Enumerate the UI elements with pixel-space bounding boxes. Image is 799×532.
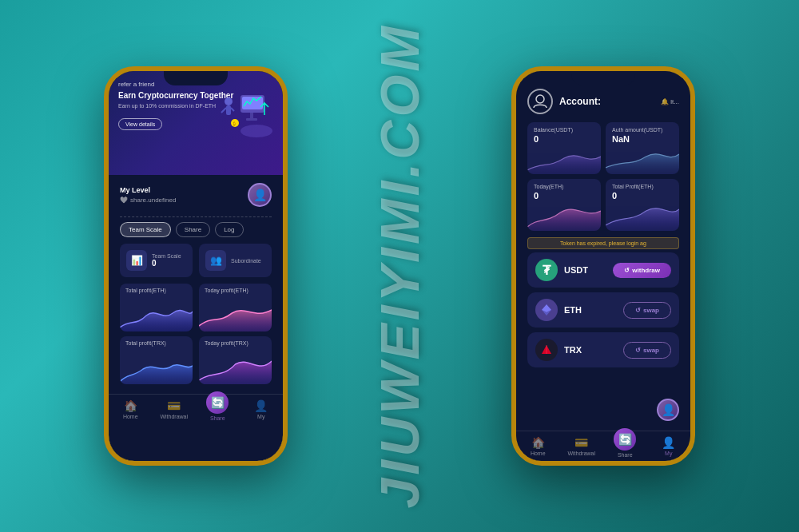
account-title: Account:	[559, 96, 601, 107]
my-level-share: 🤍 share.undefined	[120, 197, 176, 204]
nav-home-right[interactable]: 🏠 Home	[516, 436, 560, 458]
svg-rect-3	[250, 113, 253, 119]
chart-cards-left: Total profit(ETH) Today profit(ETH)	[109, 284, 283, 332]
chart-label-total-eth: Total profit(ETH)	[120, 284, 193, 295]
svg-line-8	[231, 108, 234, 111]
banner-illustration: ₿	[213, 79, 276, 143]
auth-amount-value: NaN	[612, 134, 673, 144]
nav-withdrawal-left[interactable]: 💳 Withdrawal	[153, 399, 197, 421]
nav-label-my-left: My	[257, 414, 264, 419]
svg-line-7	[221, 108, 226, 113]
avatar-circle-left: 👤	[248, 183, 272, 207]
phone-notch-left	[164, 71, 228, 85]
chart-label-today-eth: Today profit(ETH)	[199, 284, 272, 295]
phone-notch-right	[571, 71, 635, 85]
tab-log[interactable]: Log	[215, 222, 243, 237]
nav-label-withdrawal-left: Withdrawal	[160, 414, 188, 419]
stat-team-scale: 📊 Team Scale 0	[120, 244, 193, 277]
balance-usdt-content: Balance(USDT) 0	[527, 122, 601, 149]
nav-label-home-right: Home	[531, 451, 546, 456]
stat-info-team: Team Scale 0	[152, 253, 181, 268]
wave-chart-2	[199, 304, 272, 332]
stat-label-team: Team Scale	[152, 253, 181, 259]
total-profit-eth-label: Total Profit(ETH)	[612, 184, 673, 189]
eth-name: ETH	[564, 305, 617, 315]
share-btn-left[interactable]: 🔄	[206, 391, 229, 414]
stat-info-sub: Subordinate	[231, 258, 261, 264]
left-phone-screen: ₿ refer a friend Earn Cryptocurrency Tog…	[109, 71, 283, 461]
balance-usdt-label: Balance(USDT)	[534, 127, 594, 133]
total-profit-eth-card: Total Profit(ETH) 0	[606, 179, 679, 231]
wave-chart-4	[199, 356, 272, 384]
nav-label-withdrawal-right: Withdrawal	[567, 451, 595, 456]
right-bottom-nav: 🏠 Home 💳 Withdrawal 🔄 Share 👤 My	[516, 431, 690, 461]
chart-today-eth: Today profit(ETH)	[199, 284, 272, 332]
auth-amount-label: Auth amount(USDT)	[612, 127, 673, 133]
nav-share-right[interactable]: 🔄 Share	[603, 436, 647, 458]
tab-share[interactable]: Share	[176, 222, 210, 237]
my-level-left: My Level 🤍 share.undefined	[120, 186, 176, 204]
currency-usdt-row: ₮ USDT ↺ withdraw	[527, 252, 679, 288]
home-icon-right: 🏠	[531, 436, 545, 449]
svg-rect-4	[246, 118, 257, 121]
chart-total-trx: Total profit(TRX)	[120, 336, 193, 384]
withdraw-label: withdraw	[632, 267, 660, 274]
my-level-section: My Level 🤍 share.undefined 👤	[109, 175, 283, 212]
eth-swap-button[interactable]: ↺ swap	[623, 302, 671, 319]
watermark-text: JIUWEIYIMI.COM	[368, 23, 431, 509]
nav-home-left[interactable]: 🏠 Home	[109, 399, 153, 421]
right-phone-screen: Account: 🔔 It... Balance(USDT) 0	[516, 71, 690, 461]
stats-grid: 📊 Team Scale 0 👥 Subordinate	[109, 244, 283, 277]
divider-left	[120, 216, 272, 217]
nav-withdrawal-right[interactable]: 💳 Withdrawal	[560, 436, 604, 458]
left-phone: ₿ refer a friend Earn Cryptocurrency Tog…	[104, 66, 288, 466]
nav-my-right[interactable]: 👤 My	[647, 436, 691, 458]
withdrawal-icon-left: 💳	[167, 399, 181, 412]
share-btn-right[interactable]: 🔄	[614, 428, 636, 451]
account-avatar	[527, 89, 553, 114]
currency-trx-row: TRX ↺ swap	[527, 332, 679, 367]
stat-value-team: 0	[152, 259, 181, 268]
home-icon-left: 🏠	[124, 399, 137, 412]
nav-share-left[interactable]: 🔄 Share	[196, 399, 240, 421]
right-phone: Account: 🔔 It... Balance(USDT) 0	[511, 66, 695, 466]
withdraw-button[interactable]: ↺ withdraw	[613, 263, 671, 278]
nav-label-my-right: My	[665, 451, 672, 456]
eth-swap-icon: ↺	[635, 307, 641, 314]
view-details-button[interactable]: View details	[118, 118, 162, 130]
svg-rect-6	[226, 105, 231, 115]
auth-amount-card: Auth amount(USDT) NaN	[606, 122, 679, 174]
today-eth-value: 0	[534, 191, 594, 200]
trx-swap-label: swap	[643, 347, 659, 354]
today-eth-card: Today(ETH) 0	[527, 179, 601, 231]
heart-icon: 🤍	[120, 197, 128, 204]
usdt-icon: ₮	[535, 259, 558, 281]
today-eth-label: Today(ETH)	[534, 184, 594, 189]
banner: ₿ refer a friend Earn Cryptocurrency Tog…	[109, 71, 283, 175]
balance-usdt-card: Balance(USDT) 0	[527, 122, 601, 174]
right-avatar-bubble: 👤	[657, 399, 679, 421]
chart-label-today-trx: Today profit(TRX)	[199, 336, 272, 347]
stat-label-sub: Subordinate	[231, 258, 261, 264]
my-icon-right: 👤	[662, 436, 675, 449]
tab-team-scale[interactable]: Team Scale	[120, 222, 171, 237]
withdraw-icon: ↺	[624, 267, 630, 274]
stat-icon-sub: 👥	[205, 250, 226, 271]
chart-total-eth: Total profit(ETH)	[120, 284, 193, 332]
balance-usdt-value: 0	[534, 134, 594, 144]
total-profit-eth-value: 0	[612, 191, 673, 200]
svg-point-0	[240, 125, 272, 137]
chart-label-total-trx: Total profit(TRX)	[120, 336, 193, 347]
wave-chart-3	[120, 356, 193, 384]
trx-swap-icon: ↺	[635, 347, 641, 354]
nav-label-share-right: Share	[618, 452, 633, 458]
nav-label-home-left: Home	[123, 414, 138, 419]
withdrawal-icon-right: 💳	[574, 436, 588, 449]
currency-eth-row: ETH ↺ swap	[527, 292, 679, 328]
svg-point-5	[225, 97, 233, 105]
nav-my-left[interactable]: 👤 My	[240, 399, 284, 421]
stat-icon-team: 📊	[126, 250, 147, 271]
trx-swap-button[interactable]: ↺ swap	[623, 342, 671, 359]
tabs-section: Team Scale Share Log	[109, 222, 283, 237]
wave-chart-1	[120, 304, 193, 332]
